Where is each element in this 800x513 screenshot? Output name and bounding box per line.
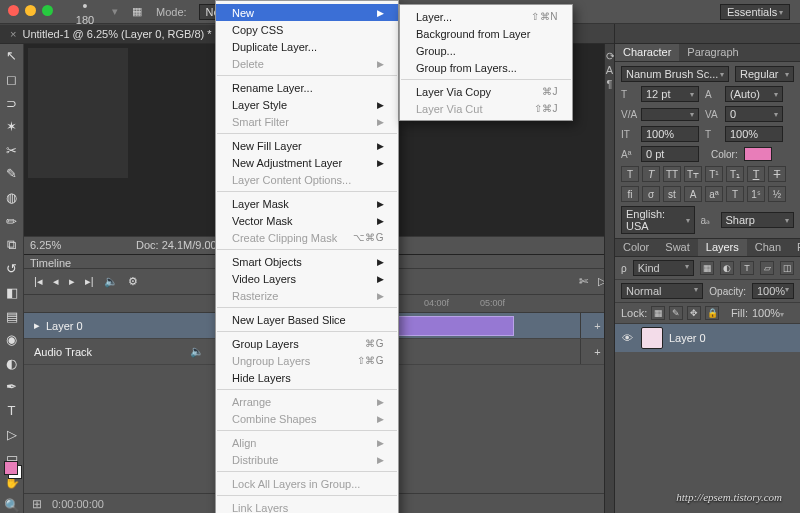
split-clip-button[interactable]: ✄ <box>579 275 588 288</box>
foreground-color-swatch[interactable] <box>4 461 18 475</box>
history-panel-icon[interactable]: ⟳ <box>606 50 614 58</box>
menu-item[interactable]: Hide Layers <box>216 369 398 386</box>
minimize-window-button[interactable] <box>25 5 36 16</box>
layer-thumbnail[interactable] <box>641 327 663 349</box>
bold-button[interactable]: T <box>621 166 639 182</box>
liga-st-button[interactable]: st <box>663 186 681 202</box>
menu-item[interactable]: Layer Mask▶ <box>216 195 398 212</box>
timeline-options-button[interactable]: ⚙ <box>128 275 138 288</box>
blend-mode-dropdown[interactable]: Normal▾ <box>621 283 703 299</box>
next-frame-button[interactable]: ▸| <box>85 275 94 288</box>
audio-icon[interactable]: 🔈 <box>190 345 204 358</box>
para-panel-icon[interactable]: ¶ <box>606 78 614 86</box>
workspace-switcher[interactable]: Essentials ▾ <box>720 4 790 20</box>
menu-item[interactable]: Copy CSS <box>216 21 398 38</box>
liga-A-button[interactable]: A <box>684 186 702 202</box>
menu-item[interactable]: Layer Via Copy⌘J <box>400 83 572 100</box>
menu-item[interactable]: Smart Objects▶ <box>216 253 398 270</box>
eraser-tool[interactable]: ◧ <box>3 285 21 301</box>
brush-preset[interactable]: • 180 <box>70 0 100 26</box>
kerning-field[interactable]: ▾ <box>641 108 699 121</box>
lasso-tool[interactable]: ⊃ <box>3 95 21 111</box>
close-tab-icon[interactable]: × <box>10 28 16 40</box>
convert-frames-button[interactable]: ⊞ <box>32 497 42 511</box>
paragraph-tab[interactable]: Paragraph <box>679 44 746 61</box>
visibility-toggle[interactable]: 👁 <box>619 332 635 344</box>
fill-field[interactable]: 100%▾ <box>752 307 794 319</box>
type-tool[interactable]: T <box>3 403 21 419</box>
healing-brush-tool[interactable]: ◍ <box>3 190 21 206</box>
channels-tab[interactable]: Chan <box>747 239 789 256</box>
menu-item[interactable]: Group Layers⌘G <box>216 335 398 352</box>
menu-item[interactable]: New Layer Based Slice <box>216 311 398 328</box>
font-style-dropdown[interactable]: Regular▾ <box>735 66 794 82</box>
color-swatches[interactable] <box>4 461 22 479</box>
layer-menu[interactable]: New▶Copy CSSDuplicate Layer...Delete▶Ren… <box>215 0 399 513</box>
font-family-dropdown[interactable]: Nanum Brush Sc...▾ <box>621 66 729 82</box>
menu-item[interactable]: Group... <box>400 42 572 59</box>
track-expand-toggle[interactable]: ▸ <box>34 319 40 332</box>
baseline-field[interactable]: 0 pt <box>641 146 699 162</box>
new-submenu[interactable]: Layer...⇧⌘NBackground from LayerGroup...… <box>399 4 573 121</box>
menu-item[interactable]: Vector Mask▶ <box>216 212 398 229</box>
layer-name[interactable]: Layer 0 <box>669 332 706 344</box>
stamp-tool[interactable]: ⧉ <box>3 237 21 253</box>
zoom-tool[interactable]: 🔍 <box>3 497 21 513</box>
language-dropdown[interactable]: English: USA▾ <box>621 206 695 234</box>
smallcaps-button[interactable]: Tᴛ <box>684 166 702 182</box>
goto-first-frame-button[interactable]: |◂ <box>34 275 43 288</box>
menu-item[interactable]: Background from Layer <box>400 25 572 42</box>
menu-item[interactable]: New▶ <box>216 4 398 21</box>
mute-button[interactable]: 🔈 <box>104 275 118 288</box>
liga-o-button[interactable]: σ <box>642 186 660 202</box>
antialias-dropdown[interactable]: Sharp▾ <box>721 212 795 228</box>
lock-position-button[interactable]: ✥ <box>687 306 701 320</box>
wand-tool[interactable]: ✶ <box>3 119 21 135</box>
font-size-field[interactable]: 12 pt▾ <box>641 86 699 102</box>
swatches-tab[interactable]: Swat <box>657 239 697 256</box>
brush-panel-icon[interactable]: ▦ <box>130 5 144 18</box>
layer-row[interactable]: 👁 Layer 0 <box>615 324 800 352</box>
leading-field[interactable]: (Auto)▾ <box>725 86 783 102</box>
maximize-window-button[interactable] <box>42 5 53 16</box>
menu-item[interactable]: Rename Layer... <box>216 79 398 96</box>
ordinal-button[interactable]: aª <box>705 186 723 202</box>
crop-tool[interactable]: ✂ <box>3 143 21 159</box>
menu-item[interactable]: Video Layers▶ <box>216 270 398 287</box>
strike-button[interactable]: T <box>768 166 786 182</box>
lock-all-button[interactable]: 🔒 <box>705 306 719 320</box>
layers-tab[interactable]: Layers <box>698 239 747 256</box>
filter-smart-icon[interactable]: ◫ <box>780 261 794 275</box>
liga-fi-button[interactable]: fi <box>621 186 639 202</box>
italic-button[interactable]: T <box>642 166 660 182</box>
history-brush-tool[interactable]: ↺ <box>3 261 21 277</box>
document-tab[interactable]: × Untitled-1 @ 6.25% (Layer 0, RGB/8) * <box>0 25 222 43</box>
subscript-button[interactable]: T₁ <box>726 166 744 182</box>
menu-item[interactable]: New Fill Layer▶ <box>216 137 398 154</box>
pen-tool[interactable]: ✒ <box>3 379 21 395</box>
fractions-button[interactable]: ½ <box>768 186 786 202</box>
play-button[interactable]: ▸ <box>69 275 75 288</box>
filter-adj-icon[interactable]: ◐ <box>720 261 734 275</box>
lock-pixels-button[interactable]: ✎ <box>669 306 683 320</box>
menu-item[interactable]: Layer...⇧⌘N <box>400 8 572 25</box>
menu-item[interactable]: New Adjustment Layer▶ <box>216 154 398 171</box>
ordinals-button[interactable]: 1ˢ <box>747 186 765 202</box>
allcaps-button[interactable]: TT <box>663 166 681 182</box>
prev-frame-button[interactable]: ◂ <box>53 275 59 288</box>
menu-item[interactable]: Layer Style▶ <box>216 96 398 113</box>
video-clip[interactable] <box>384 316 514 336</box>
vscale-field[interactable]: 100% <box>641 126 699 142</box>
menu-item[interactable]: Group from Layers... <box>400 59 572 76</box>
filter-shape-icon[interactable]: ▱ <box>760 261 774 275</box>
doc-info[interactable]: Doc: 24.1M/9.00M <box>136 239 226 251</box>
filter-pixel-icon[interactable]: ▦ <box>700 261 714 275</box>
close-window-button[interactable] <box>8 5 19 16</box>
menu-item[interactable]: Duplicate Layer... <box>216 38 398 55</box>
tracking-field[interactable]: 0▾ <box>725 106 783 122</box>
path-tool[interactable]: ▷ <box>3 426 21 442</box>
collapsed-panel-strip[interactable]: ⟳ A ¶ <box>604 44 614 513</box>
superscript-button[interactable]: T¹ <box>705 166 723 182</box>
move-tool[interactable]: ↖ <box>3 48 21 64</box>
eyedropper-tool[interactable]: ✎ <box>3 166 21 182</box>
